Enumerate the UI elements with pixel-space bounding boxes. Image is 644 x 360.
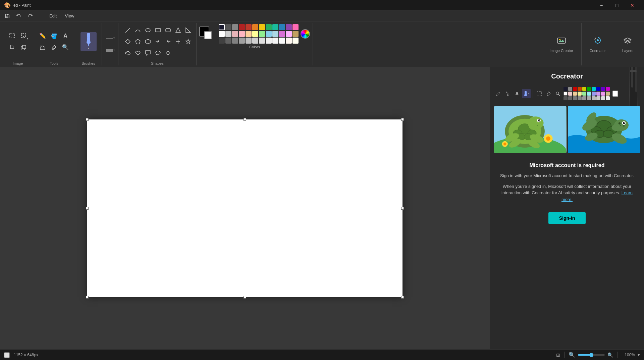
cc-swatch[interactable] bbox=[568, 96, 572, 100]
cc-swatch[interactable] bbox=[587, 92, 591, 96]
cc-swatch[interactable] bbox=[587, 87, 591, 91]
cc-swatch[interactable] bbox=[578, 96, 582, 100]
close-button[interactable]: ✕ bbox=[625, 0, 640, 11]
cc-swatch[interactable] bbox=[606, 92, 610, 96]
eraser-tool[interactable] bbox=[37, 42, 48, 53]
color-swatch[interactable] bbox=[239, 31, 245, 37]
zoom-dropdown-btn[interactable]: ▾ bbox=[638, 352, 640, 357]
color-swatch[interactable] bbox=[266, 24, 272, 30]
color-swatch[interactable] bbox=[246, 31, 252, 37]
cc-swatch[interactable] bbox=[596, 87, 600, 91]
menu-edit[interactable]: Edit bbox=[46, 12, 60, 20]
cc-text-tool[interactable]: A bbox=[513, 89, 521, 98]
cc-swatch[interactable] bbox=[592, 87, 596, 91]
cocreator-image-1[interactable] bbox=[494, 106, 567, 153]
ellipse-shape[interactable] bbox=[143, 25, 153, 36]
color-swatch[interactable] bbox=[246, 24, 252, 30]
signin-button[interactable]: Sign-in bbox=[548, 212, 586, 224]
cc-swatch[interactable] bbox=[592, 92, 596, 96]
color-swatch[interactable] bbox=[286, 31, 292, 37]
color-swatch[interactable] bbox=[232, 38, 238, 44]
cc-magnifier-tool[interactable] bbox=[553, 89, 562, 98]
arrows-shape[interactable] bbox=[173, 36, 183, 47]
heart-shape[interactable] bbox=[132, 48, 143, 58]
cc-swatch[interactable] bbox=[587, 96, 591, 100]
right-triangle-shape[interactable] bbox=[183, 25, 194, 36]
color-swatch[interactable] bbox=[279, 31, 285, 37]
resize-handle-ml[interactable] bbox=[86, 207, 89, 210]
rect-shape[interactable] bbox=[153, 25, 163, 36]
color-swatch[interactable] bbox=[279, 24, 285, 30]
speech-shape[interactable] bbox=[143, 48, 153, 58]
color-swatch[interactable] bbox=[272, 38, 278, 44]
color-swatch[interactable] bbox=[232, 31, 238, 37]
line-style-btn[interactable]: ▾ bbox=[105, 33, 115, 44]
color-swatch[interactable] bbox=[266, 31, 272, 37]
hexagon-shape[interactable] bbox=[143, 36, 153, 47]
resize-handle-br[interactable] bbox=[401, 296, 404, 299]
pencil-tool[interactable]: ✏️ bbox=[37, 31, 48, 41]
cc-swatch[interactable] bbox=[564, 96, 568, 100]
cloud-shape[interactable] bbox=[122, 48, 133, 58]
background-color[interactable] bbox=[204, 31, 212, 39]
color-swatch[interactable] bbox=[225, 38, 231, 44]
resize-tool[interactable] bbox=[18, 42, 29, 53]
fit-to-window-btn[interactable]: ⊞ bbox=[556, 352, 560, 358]
canvas[interactable] bbox=[87, 119, 402, 297]
resize-handle-bl[interactable] bbox=[86, 296, 89, 299]
color-swatch[interactable] bbox=[225, 24, 231, 30]
arrow-right-shape[interactable] bbox=[153, 36, 163, 47]
menu-view[interactable]: View bbox=[61, 12, 77, 20]
color-swatch[interactable] bbox=[259, 31, 265, 37]
zoom-in-btn[interactable]: 🔍 bbox=[607, 352, 613, 358]
color-swatch[interactable] bbox=[239, 38, 245, 44]
cc-swatch[interactable] bbox=[596, 96, 600, 100]
color-swatch[interactable] bbox=[252, 38, 258, 44]
star-shape[interactable] bbox=[183, 36, 194, 47]
color-swatch[interactable] bbox=[252, 24, 258, 30]
color-swatch[interactable] bbox=[279, 38, 285, 44]
brush-tool[interactable]: ▾ bbox=[80, 32, 97, 51]
save-button[interactable] bbox=[3, 11, 12, 21]
circle-speech-shape[interactable] bbox=[153, 48, 163, 58]
fill-style-btn[interactable]: ▾ bbox=[105, 45, 115, 56]
cc-eyedropper-tool[interactable] bbox=[544, 89, 553, 98]
undo-button[interactable] bbox=[14, 11, 23, 21]
cc-swatch[interactable] bbox=[568, 92, 572, 96]
cc-swatch[interactable] bbox=[582, 96, 586, 100]
cocreator-button[interactable]: Cocreator bbox=[587, 35, 608, 54]
cc-swatch[interactable] bbox=[592, 96, 596, 100]
cc-swatch[interactable] bbox=[596, 92, 600, 96]
cc-swatch[interactable] bbox=[601, 87, 605, 91]
curve-shape[interactable] bbox=[132, 25, 143, 36]
color-swatch[interactable] bbox=[286, 24, 292, 30]
color-swatch[interactable] bbox=[246, 38, 252, 44]
cc-swatch[interactable] bbox=[582, 87, 586, 91]
line-shape[interactable] bbox=[122, 25, 133, 36]
cc-swatch[interactable] bbox=[564, 92, 568, 96]
color-swatch[interactable] bbox=[286, 38, 292, 44]
color-swatch[interactable] bbox=[219, 24, 225, 30]
color-swatch[interactable] bbox=[252, 31, 258, 37]
cc-swatch[interactable] bbox=[573, 87, 577, 91]
crop-tool[interactable] bbox=[7, 42, 17, 53]
zoom-thumb[interactable] bbox=[589, 353, 593, 357]
cc-swatch[interactable] bbox=[578, 92, 582, 96]
resize-handle-mr[interactable] bbox=[401, 207, 404, 210]
color-swatch[interactable] bbox=[292, 38, 299, 44]
resize-handle-tc[interactable] bbox=[244, 118, 246, 121]
cc-swatch[interactable] bbox=[568, 87, 572, 91]
cc-swatch[interactable] bbox=[573, 92, 577, 96]
cc-fill-tool[interactable] bbox=[503, 89, 512, 98]
cc-swatch[interactable] bbox=[582, 92, 586, 96]
color-swatch[interactable] bbox=[292, 24, 299, 30]
magnifier-tool[interactable]: 🔍 bbox=[60, 42, 71, 53]
color-swatch[interactable] bbox=[225, 31, 231, 37]
cocreator-image-2[interactable] bbox=[568, 106, 640, 153]
select-options[interactable]: ▾ bbox=[18, 30, 29, 41]
canvas-area[interactable] bbox=[0, 67, 490, 349]
color-swatch[interactable] bbox=[219, 31, 225, 37]
color-swatch[interactable] bbox=[272, 24, 278, 30]
arrow-left-shape[interactable] bbox=[163, 36, 173, 47]
custom-color-btn[interactable] bbox=[301, 29, 310, 39]
